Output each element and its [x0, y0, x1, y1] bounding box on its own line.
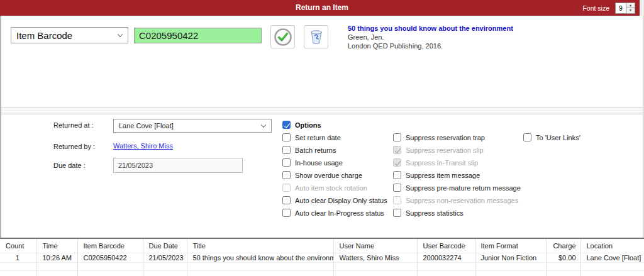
table-cell [333, 263, 417, 271]
checkbox-label: Auto clear Display Only status [295, 197, 387, 204]
checkbox [282, 121, 291, 129]
checkbox [393, 209, 401, 217]
item-author: Green, Jen. [348, 33, 513, 41]
window-left-border [0, 16, 1, 276]
checkbox-label: Suppress In-Transit slip [406, 159, 478, 167]
table-cell: $0.00 [546, 253, 580, 263]
table-cell [187, 263, 333, 271]
table-cell: 1 [0, 253, 36, 263]
window-title: Return an Item [0, 0, 644, 16]
font-size-down-button[interactable]: ▼ [626, 8, 635, 14]
table-cell [77, 263, 143, 271]
checkbox [282, 158, 291, 167]
table-cell [36, 271, 77, 276]
checkbox [282, 184, 291, 192]
option-checkbox[interactable]: Suppress reservation trap [393, 133, 521, 141]
column-header[interactable]: User Name [333, 239, 417, 253]
column-header[interactable]: Due Date [143, 239, 187, 253]
accept-button[interactable] [270, 25, 295, 48]
font-size-control: Font size 9 ▲ ▼ [582, 2, 635, 14]
table-cell [475, 263, 546, 271]
checkbox-label: In-house usage [295, 159, 343, 167]
options-checkbox[interactable]: Options [282, 121, 321, 129]
table-cell [580, 271, 644, 276]
column-header[interactable]: Item Format [475, 239, 546, 253]
option-checkbox[interactable]: Show overdue charge [282, 171, 387, 179]
option-checkbox: Suppress non-reservation messages [393, 196, 521, 204]
chevron-down-icon [118, 32, 123, 37]
returned-by-link[interactable]: Watters, Shiro Miss [113, 142, 173, 150]
option-checkbox[interactable]: In-house usage [282, 158, 387, 167]
table-cell [580, 263, 644, 271]
checkbox [282, 133, 291, 141]
checkbox [393, 171, 401, 179]
table-cell [417, 263, 475, 271]
checkbox [282, 209, 291, 217]
returned-at-value: Lane Cove [Float] [119, 122, 174, 130]
font-size-up-button[interactable]: ▲ [626, 3, 635, 9]
table-empty-row [0, 263, 644, 271]
table-cell: Watters, Shiro Miss [333, 253, 417, 263]
option-checkbox[interactable]: Auto clear In-Progress status [282, 209, 387, 217]
table-cell: 21/05/2023 [143, 253, 187, 263]
checkbox-label: Auto clear In-Progress status [295, 209, 384, 217]
returned-at-select[interactable]: Lane Cove [Float] [113, 119, 272, 133]
checkbox-label: To 'User Links' [536, 134, 580, 141]
option-checkbox[interactable]: Set return date [282, 133, 387, 141]
checkbox [393, 146, 401, 154]
due-date-field[interactable] [113, 158, 243, 173]
table-cell [143, 271, 187, 276]
barcode-type-select[interactable]: Item Barcode [11, 27, 128, 43]
column-header[interactable]: Charge [546, 239, 580, 253]
checkbox [393, 184, 401, 192]
column-header[interactable]: Time [36, 239, 77, 253]
table-cell [333, 271, 417, 276]
checkbox-label: Set return date [295, 134, 341, 141]
column-header[interactable]: Title [187, 239, 333, 253]
checkbox-label: Options [295, 121, 321, 129]
checkbox-label: Batch returns [295, 146, 336, 154]
clear-button[interactable] [304, 25, 328, 48]
table-cell [187, 271, 333, 276]
checkbox-label: Suppress reservation trap [406, 134, 485, 141]
table-cell [546, 263, 580, 271]
green-check-circle-icon [274, 28, 292, 47]
options-column-2: Suppress reservation trapSuppress reserv… [393, 133, 521, 217]
checkbox-label: Show overdue charge [295, 172, 362, 179]
table-header-row: CountTimeItem BarcodeDue DateTitleUser N… [0, 239, 644, 253]
item-publication: London QED Publishing, 2016. [348, 41, 513, 50]
checkbox-label: Auto item stock rotation [295, 184, 367, 192]
chevron-down-icon [261, 123, 266, 128]
option-checkbox: Auto item stock rotation [282, 184, 387, 192]
column-header[interactable]: Item Barcode [77, 239, 143, 253]
checkbox [393, 158, 401, 167]
checkbox [393, 133, 401, 141]
table-row[interactable]: 110:26 AMC020595042221/05/202350 things … [0, 253, 644, 263]
column-header[interactable]: Location [580, 239, 644, 253]
column-header[interactable]: Count [0, 239, 36, 253]
table-cell [417, 271, 475, 276]
option-checkbox[interactable]: Suppress statistics [393, 209, 521, 217]
table-empty-row [0, 271, 644, 276]
option-checkbox: Suppress In-Transit slip [393, 158, 521, 167]
table-cell: C0205950422 [77, 253, 143, 263]
checkbox [393, 196, 401, 204]
font-size-label: Font size [582, 4, 609, 12]
option-checkbox[interactable]: Suppress pre-mature return message [393, 184, 521, 192]
checkbox-label: Suppress reservation slip [406, 146, 484, 154]
recycle-bin-icon [309, 29, 323, 45]
return-an-item-window: Return an Item Font size 9 ▲ ▼ Item Barc… [0, 0, 644, 276]
checkbox-label: Suppress item message [406, 172, 480, 179]
checkbox [282, 171, 291, 179]
table-cell: 50 things you should know about the envi… [187, 253, 333, 263]
option-checkbox[interactable]: Suppress item message [393, 171, 521, 179]
table-cell [0, 263, 36, 271]
option-checkbox[interactable]: Auto clear Display Only status [282, 196, 387, 204]
checkbox [282, 146, 291, 154]
column-header[interactable]: User Barcode [417, 239, 475, 253]
option-checkbox[interactable]: To 'User Links' [523, 133, 580, 141]
item-title: 50 things you should know about the envi… [348, 24, 513, 33]
item-barcode-input[interactable] [134, 28, 262, 43]
option-checkbox[interactable]: Batch returns [282, 146, 387, 154]
font-size-value[interactable]: 9 [615, 3, 626, 14]
